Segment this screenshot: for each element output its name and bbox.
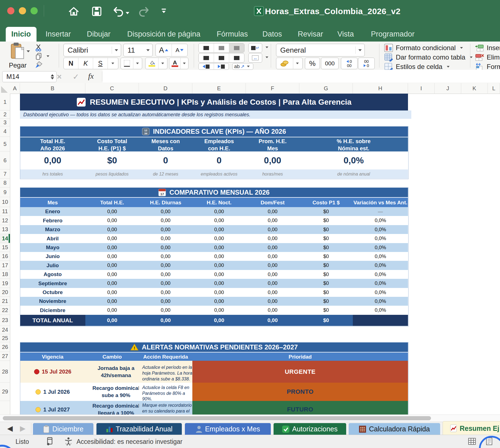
borders-button[interactable]: [121, 58, 133, 69]
row-header-26[interactable]: 26: [0, 342, 10, 352]
maximize-button[interactable]: [30, 7, 38, 14]
row-header-12[interactable]: 12: [0, 216, 10, 225]
align-middle-button[interactable]: [214, 43, 229, 52]
currency-icon[interactable]: [276, 58, 293, 69]
row-header-11[interactable]: 11: [0, 207, 10, 216]
select-all-corner[interactable]: [0, 83, 10, 94]
row-header-19[interactable]: 19: [0, 279, 10, 288]
paste-dropdown-icon[interactable]: [27, 50, 30, 52]
sheet-tab-trazabilidad-anual[interactable]: Trazabilidad Anual: [96, 423, 182, 435]
decrease-indent-button[interactable]: [199, 63, 214, 69]
fill-color-dropdown-icon[interactable]: [159, 58, 167, 69]
percent-style-button[interactable]: %: [305, 58, 320, 69]
copy-dropdown-icon[interactable]: [47, 55, 49, 57]
normal-view-icon[interactable]: [468, 437, 476, 447]
grow-font-button[interactable]: A: [156, 44, 172, 56]
shrink-font-button[interactable]: A: [172, 44, 188, 56]
sheet-tab-resumen-ej[interactable]: Resumen Ej: [443, 421, 500, 435]
formula-input[interactable]: [103, 70, 500, 83]
row-header-3[interactable]: 3: [0, 119, 10, 126]
enter-icon[interactable]: ✓: [73, 72, 79, 81]
row-header-25[interactable]: 25: [0, 334, 10, 342]
merge-dropdown-icon[interactable]: [266, 56, 268, 58]
row-header-2[interactable]: 2: [0, 110, 10, 119]
ribbon-tab-datos[interactable]: Datos: [257, 27, 288, 42]
scrollbar-thumb[interactable]: [3, 416, 431, 420]
column-header-F[interactable]: F: [246, 83, 299, 94]
row-header-5[interactable]: 5: [0, 137, 10, 151]
delete-cells-button[interactable]: Elimi: [475, 53, 500, 61]
sheet-tab-autorizaciones[interactable]: Autorizaciones: [274, 423, 346, 435]
borders-dropdown-icon[interactable]: [133, 58, 142, 69]
column-header-B[interactable]: B: [20, 83, 85, 94]
column-header-I[interactable]: I: [408, 83, 435, 94]
copy-button[interactable]: [35, 53, 43, 61]
sheet-tab-calculadora-rápida[interactable]: Calculadora Rápida: [349, 423, 440, 435]
format-painter-button[interactable]: [35, 61, 43, 70]
font-color-dropdown-icon[interactable]: [181, 58, 188, 69]
save-icon[interactable]: [91, 6, 102, 18]
row-header-27[interactable]: 27: [0, 352, 10, 361]
align-center-button[interactable]: [214, 53, 229, 62]
column-header-J[interactable]: J: [435, 83, 461, 94]
row-header-1[interactable]: 1: [0, 94, 10, 110]
column-header-H[interactable]: H: [353, 83, 408, 94]
column-header-D[interactable]: D: [139, 83, 192, 94]
ribbon-tab-vista[interactable]: Vista: [332, 27, 359, 42]
row-header-23[interactable]: 23: [0, 315, 10, 326]
minimize-button[interactable]: [19, 7, 26, 14]
row-header-14[interactable]: 14: [0, 234, 10, 243]
row-header-6[interactable]: 6: [0, 151, 10, 169]
macro-record-icon[interactable]: [46, 437, 53, 447]
name-box[interactable]: M14: [2, 71, 57, 82]
column-header-E[interactable]: E: [192, 83, 246, 94]
paste-button[interactable]: Pegar: [4, 43, 32, 69]
row-header-13[interactable]: 13: [0, 225, 10, 234]
fill-color-button[interactable]: [146, 58, 159, 69]
row-header-16[interactable]: 16: [0, 252, 10, 261]
row-header-4[interactable]: 4: [0, 126, 10, 137]
row-header-29[interactable]: 29: [0, 383, 10, 401]
cut-button[interactable]: [35, 44, 43, 53]
page-layout-view-icon[interactable]: [485, 437, 493, 447]
increase-indent-button[interactable]: [214, 63, 229, 69]
name-box-spinner[interactable]: [51, 74, 54, 79]
row-header-7[interactable]: 7: [0, 169, 10, 179]
undo-dropdown-icon[interactable]: [125, 11, 130, 16]
row-header-22[interactable]: 22: [0, 306, 10, 315]
column-header-K[interactable]: K: [461, 83, 488, 94]
ribbon-tab-programador[interactable]: Programador: [365, 27, 420, 42]
wrap-text-button[interactable]: ↵: [248, 43, 262, 53]
customize-toolbar-icon[interactable]: [161, 8, 167, 15]
decrease-decimal-button[interactable]: 00 0: [358, 58, 375, 69]
font-name-select[interactable]: Calibri: [63, 44, 121, 56]
conditional-format-button[interactable]: Formato condicional: [384, 44, 465, 52]
increase-decimal-button[interactable]: 0 00: [341, 58, 358, 69]
align-bottom-button[interactable]: [229, 43, 244, 52]
underline-button[interactable]: S: [93, 58, 108, 69]
underline-dropdown-icon[interactable]: [108, 58, 118, 69]
wrap-text-dropdown-icon[interactable]: [266, 47, 268, 48]
next-sheet-button[interactable]: ▶: [20, 424, 25, 433]
font-size-select[interactable]: 11: [123, 44, 153, 56]
sheet-tab-diciembre[interactable]: Diciembre: [33, 423, 93, 435]
horizontal-scrollbar[interactable]: [0, 414, 500, 422]
home-icon[interactable]: [68, 6, 79, 18]
ribbon-tab-dibujar[interactable]: Dibujar: [81, 27, 116, 42]
align-right-button[interactable]: [229, 53, 244, 62]
align-top-button[interactable]: [199, 43, 214, 52]
orientation-button[interactable]: ab↗: [232, 63, 253, 70]
align-left-button[interactable]: [199, 53, 214, 62]
fx-icon[interactable]: fx: [88, 72, 94, 81]
row-header-15[interactable]: 15: [0, 243, 10, 252]
ribbon-tab-disposición-de-página[interactable]: Disposición de página: [122, 27, 206, 42]
row-header-10[interactable]: 10: [0, 197, 10, 207]
comma-style-button[interactable]: 000: [321, 58, 339, 69]
row-header-8[interactable]: 8: [0, 179, 10, 187]
column-header-C[interactable]: C: [85, 83, 139, 94]
accessibility-icon[interactable]: [64, 437, 73, 447]
ribbon-tab-insertar[interactable]: Insertar: [40, 27, 76, 42]
ribbon-tab-revisar[interactable]: Revisar: [292, 27, 329, 42]
italic-button[interactable]: K: [78, 58, 93, 69]
font-color-button[interactable]: A: [169, 58, 181, 69]
